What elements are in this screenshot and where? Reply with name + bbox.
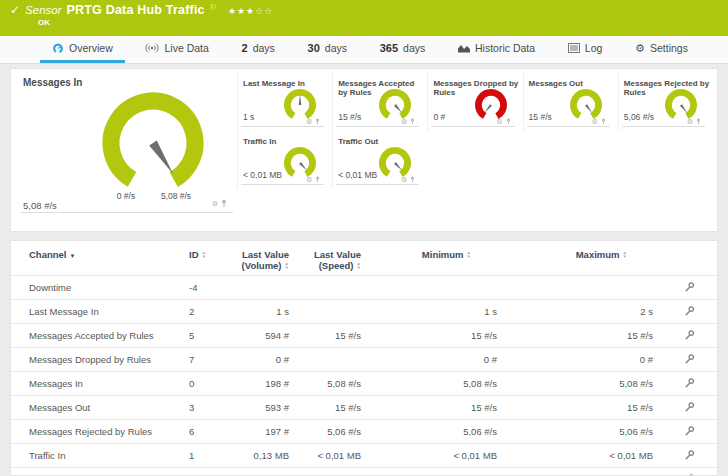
last-value-speed: 15 #/s: [289, 396, 361, 420]
channel-row[interactable]: Last Message In 2 1 s 1 s 2 s: [11, 300, 718, 324]
sort-icon[interactable]: ▲▼: [202, 251, 206, 259]
sensor-status-badge: OK: [38, 18, 728, 27]
gauge-cell-last-message-in[interactable]: Last Message In 1 s ⚙: [237, 73, 332, 131]
pin-icon[interactable]: [221, 199, 227, 208]
gauge-cell-traffic-in[interactable]: Traffic In < 0,01 MB ⚙: [237, 131, 332, 189]
gauge-needle: [299, 95, 302, 105]
pin-icon[interactable]: [696, 118, 701, 125]
tab-number: 30: [308, 42, 320, 54]
column-header-id[interactable]: ID▲▼: [189, 241, 231, 276]
gauge-value: < 0,01 MB: [338, 170, 377, 180]
channel-id: 2: [189, 300, 231, 324]
divider: [336, 126, 419, 127]
pin-icon[interactable]: [410, 176, 415, 183]
gauge-needle: [394, 162, 403, 171]
column-header-last-value-speed[interactable]: Last Value (Speed)▲▼: [289, 241, 361, 276]
channel-row[interactable]: Traffic In 1 0,13 MB < 0,01 MB < 0,01 MB…: [11, 444, 718, 468]
channel-name: Messages Accepted by Rules: [11, 324, 189, 348]
tab-historic-data[interactable]: Historic Data: [446, 36, 547, 63]
tab-log[interactable]: Log: [556, 36, 615, 63]
tab-30-days[interactable]: 30 days: [296, 36, 359, 63]
channel-id: 6: [189, 420, 231, 444]
channel-row[interactable]: Messages Rejected by Rules 6 197 # 5,06 …: [11, 420, 718, 444]
chart-icon: [458, 43, 470, 53]
channel-row[interactable]: Messages Accepted by Rules 5 594 # 15 #/…: [11, 324, 718, 348]
sort-icon[interactable]: ▲▼: [285, 262, 289, 270]
edit-channel-icon[interactable]: [684, 353, 695, 364]
last-value-speed: [289, 348, 361, 372]
pin-icon[interactable]: [410, 118, 415, 125]
edit-channel-icon[interactable]: [684, 377, 695, 388]
sort-icon[interactable]: ▲▼: [623, 251, 627, 259]
gauge-cell-traffic-out[interactable]: Traffic Out < 0,01 MB ⚙: [332, 131, 427, 189]
channel-id: 4: [189, 468, 231, 476]
channel-id: 1: [189, 444, 231, 468]
last-value-speed: [289, 276, 361, 300]
pin-icon[interactable]: [315, 118, 320, 125]
gear-icon[interactable]: ⚙: [401, 176, 407, 183]
tab-2-days[interactable]: 2 days: [230, 36, 287, 63]
tab-overview[interactable]: Overview: [40, 36, 125, 63]
maximum-value: 2 s: [507, 300, 659, 324]
gear-icon[interactable]: ⚙: [592, 118, 598, 125]
priority-stars[interactable]: ★★★☆☆: [228, 6, 273, 16]
sort-desc-icon[interactable]: ▼: [69, 253, 75, 259]
column-header-minimum[interactable]: Minimum▲▼: [361, 241, 507, 276]
gear-icon[interactable]: ⚙: [687, 118, 693, 125]
channel-name: Traffic Out: [11, 468, 189, 476]
gear-icon[interactable]: ⚙: [306, 176, 312, 183]
gauge-title: Messages In: [23, 77, 82, 88]
column-header-maximum[interactable]: Maximum▲▼: [507, 241, 659, 276]
minimum-value: 0 #: [361, 348, 507, 372]
gauge-cell-messages-in[interactable]: Messages In 0 #/s 5,08 #/s 5,08 #/s ⚙: [11, 69, 237, 231]
tab-settings[interactable]: ⚙ Settings: [623, 36, 700, 63]
pin-icon[interactable]: [601, 118, 606, 125]
last-value-volume: 0,39 MB: [231, 468, 289, 476]
gauge-value: 5,06 #/s: [624, 112, 654, 122]
channel-row[interactable]: Messages Out 3 593 # 15 #/s 15 #/s 15 #/…: [11, 396, 718, 420]
channel-row[interactable]: Traffic Out 4 0,39 MB < 0,01 MB < 0,01 M…: [11, 468, 718, 476]
edit-channel-icon[interactable]: [684, 281, 695, 292]
channel-row[interactable]: Downtime -4: [11, 276, 718, 300]
channel-name: Messages Rejected by Rules: [11, 420, 189, 444]
channel-row[interactable]: Messages Dropped by Rules 7 0 # 0 # 0 #: [11, 348, 718, 372]
channel-name: Last Message In: [11, 300, 189, 324]
edit-channel-icon[interactable]: [684, 305, 695, 316]
channel-id: 0: [189, 372, 231, 396]
tab-label: Overview: [69, 42, 113, 54]
tab-live-data[interactable]: Live Data: [133, 36, 220, 63]
gear-icon[interactable]: ⚙: [496, 118, 502, 125]
maximum-value: 0 #: [507, 348, 659, 372]
channel-row[interactable]: Messages In 0 198 # 5,08 #/s 5,08 #/s 5,…: [11, 372, 718, 396]
sort-icon[interactable]: ▲▼: [467, 251, 471, 259]
last-value-speed: < 0,01 MB: [289, 468, 361, 476]
divider: [527, 126, 610, 127]
edit-channel-icon[interactable]: [684, 329, 695, 340]
tab-label: days: [325, 42, 347, 54]
gear-icon[interactable]: ⚙: [401, 118, 407, 125]
gauge-cell-messages-out[interactable]: Messages Out 15 #/s ⚙: [523, 73, 618, 131]
channel-id: -4: [189, 276, 231, 300]
gear-icon[interactable]: ⚙: [212, 200, 218, 207]
tab-number: 365: [380, 42, 398, 54]
column-header-channel[interactable]: Channel▼: [11, 241, 189, 276]
divider: [622, 126, 705, 127]
column-header-last-value-volume[interactable]: Last Value (Volume)▲▼: [231, 241, 289, 276]
gauge-cell-messages-accepted[interactable]: Messages Accepted by Rules 15 #/s ⚙: [332, 73, 427, 131]
sensor-title: PRTG Data Hub Traffic: [67, 3, 205, 17]
tab-365-days[interactable]: 365 days: [368, 36, 438, 63]
gear-icon[interactable]: ⚙: [306, 118, 312, 125]
pin-icon[interactable]: [315, 176, 320, 183]
edit-channel-icon[interactable]: [684, 401, 695, 412]
gauge-scale-min: 0 #/s: [106, 191, 146, 201]
gauge-cell-messages-rejected[interactable]: Messages Rejected by Rules 5,06 #/s ⚙: [618, 73, 713, 131]
minimum-value: < 0,01 MB: [361, 444, 507, 468]
sort-icon[interactable]: ▲▼: [357, 262, 361, 270]
edit-channel-icon[interactable]: [684, 425, 695, 436]
gauge-cell-messages-dropped[interactable]: Messages Dropped by Rules 0 # ⚙: [427, 73, 522, 131]
channel-name: Messages Dropped by Rules: [11, 348, 189, 372]
edit-channel-icon[interactable]: [684, 449, 695, 460]
last-value-volume: 0,13 MB: [231, 444, 289, 468]
minimum-value: 5,08 #/s: [361, 372, 507, 396]
pin-icon[interactable]: [506, 118, 511, 125]
